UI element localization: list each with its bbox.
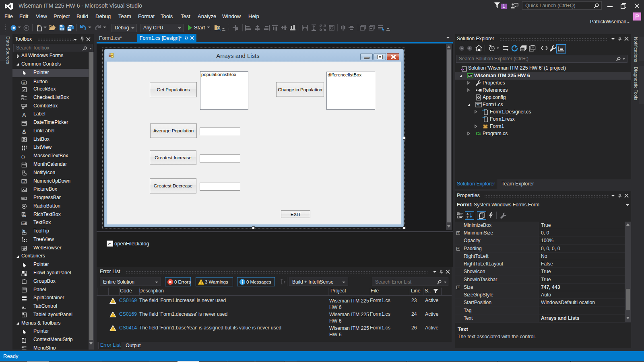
- svg-text:Z: Z: [466, 216, 469, 219]
